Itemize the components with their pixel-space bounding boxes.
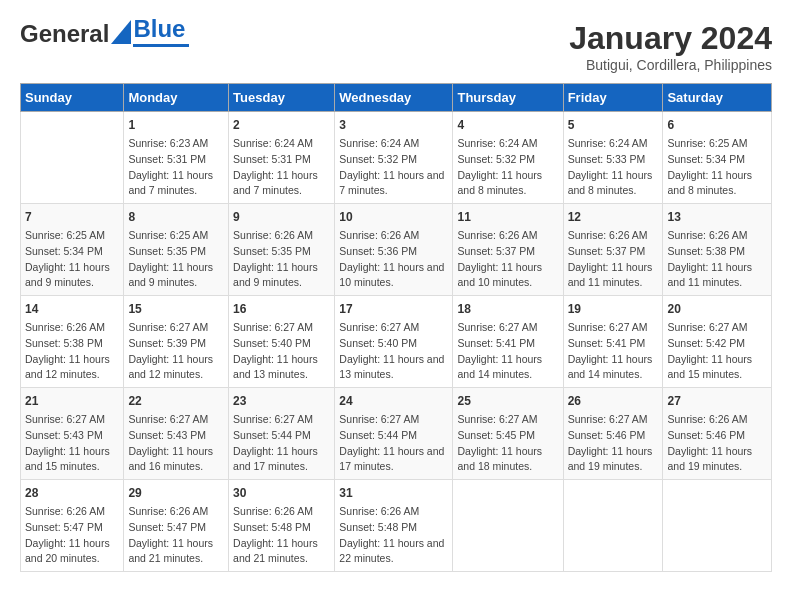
calendar-cell: 12Sunrise: 6:26 AMSunset: 5:37 PMDayligh… [563, 204, 663, 296]
calendar-cell [21, 112, 124, 204]
day-number: 5 [568, 116, 659, 134]
day-info: Sunrise: 6:25 AMSunset: 5:34 PMDaylight:… [667, 136, 767, 199]
day-number: 13 [667, 208, 767, 226]
day-number: 29 [128, 484, 224, 502]
day-number: 14 [25, 300, 119, 318]
calendar-cell: 13Sunrise: 6:26 AMSunset: 5:38 PMDayligh… [663, 204, 772, 296]
day-number: 20 [667, 300, 767, 318]
day-number: 22 [128, 392, 224, 410]
calendar-week-row: 7Sunrise: 6:25 AMSunset: 5:34 PMDaylight… [21, 204, 772, 296]
weekday-header: Friday [563, 84, 663, 112]
calendar-cell: 24Sunrise: 6:27 AMSunset: 5:44 PMDayligh… [335, 388, 453, 480]
calendar-cell: 3Sunrise: 6:24 AMSunset: 5:32 PMDaylight… [335, 112, 453, 204]
logo-underline [133, 44, 189, 47]
day-info: Sunrise: 6:25 AMSunset: 5:34 PMDaylight:… [25, 228, 119, 291]
day-info: Sunrise: 6:26 AMSunset: 5:48 PMDaylight:… [233, 504, 330, 567]
day-info: Sunrise: 6:27 AMSunset: 5:44 PMDaylight:… [339, 412, 448, 475]
calendar-cell: 9Sunrise: 6:26 AMSunset: 5:35 PMDaylight… [229, 204, 335, 296]
day-number: 16 [233, 300, 330, 318]
day-number: 28 [25, 484, 119, 502]
weekday-header: Sunday [21, 84, 124, 112]
calendar-cell: 29Sunrise: 6:26 AMSunset: 5:47 PMDayligh… [124, 480, 229, 572]
svg-marker-0 [111, 20, 131, 44]
day-info: Sunrise: 6:27 AMSunset: 5:43 PMDaylight:… [25, 412, 119, 475]
day-number: 3 [339, 116, 448, 134]
calendar-cell: 16Sunrise: 6:27 AMSunset: 5:40 PMDayligh… [229, 296, 335, 388]
day-number: 11 [457, 208, 558, 226]
day-info: Sunrise: 6:27 AMSunset: 5:44 PMDaylight:… [233, 412, 330, 475]
day-number: 7 [25, 208, 119, 226]
calendar-cell: 8Sunrise: 6:25 AMSunset: 5:35 PMDaylight… [124, 204, 229, 296]
day-number: 24 [339, 392, 448, 410]
page-subtitle: Butigui, Cordillera, Philippines [569, 57, 772, 73]
calendar-cell: 5Sunrise: 6:24 AMSunset: 5:33 PMDaylight… [563, 112, 663, 204]
day-info: Sunrise: 6:26 AMSunset: 5:46 PMDaylight:… [667, 412, 767, 475]
day-info: Sunrise: 6:27 AMSunset: 5:46 PMDaylight:… [568, 412, 659, 475]
weekday-header: Wednesday [335, 84, 453, 112]
day-info: Sunrise: 6:27 AMSunset: 5:43 PMDaylight:… [128, 412, 224, 475]
day-number: 1 [128, 116, 224, 134]
calendar-table: SundayMondayTuesdayWednesdayThursdayFrid… [20, 83, 772, 572]
day-number: 12 [568, 208, 659, 226]
day-number: 23 [233, 392, 330, 410]
day-number: 8 [128, 208, 224, 226]
day-info: Sunrise: 6:24 AMSunset: 5:33 PMDaylight:… [568, 136, 659, 199]
day-number: 17 [339, 300, 448, 318]
calendar-cell: 25Sunrise: 6:27 AMSunset: 5:45 PMDayligh… [453, 388, 563, 480]
calendar-week-row: 28Sunrise: 6:26 AMSunset: 5:47 PMDayligh… [21, 480, 772, 572]
logo-general: General [20, 20, 109, 48]
calendar-week-row: 21Sunrise: 6:27 AMSunset: 5:43 PMDayligh… [21, 388, 772, 480]
weekday-header: Thursday [453, 84, 563, 112]
weekday-header: Saturday [663, 84, 772, 112]
day-info: Sunrise: 6:25 AMSunset: 5:35 PMDaylight:… [128, 228, 224, 291]
logo: General Blue [20, 20, 189, 48]
day-info: Sunrise: 6:27 AMSunset: 5:41 PMDaylight:… [457, 320, 558, 383]
calendar-cell: 28Sunrise: 6:26 AMSunset: 5:47 PMDayligh… [21, 480, 124, 572]
day-info: Sunrise: 6:26 AMSunset: 5:47 PMDaylight:… [128, 504, 224, 567]
day-info: Sunrise: 6:27 AMSunset: 5:42 PMDaylight:… [667, 320, 767, 383]
day-info: Sunrise: 6:24 AMSunset: 5:32 PMDaylight:… [457, 136, 558, 199]
calendar-cell: 30Sunrise: 6:26 AMSunset: 5:48 PMDayligh… [229, 480, 335, 572]
day-number: 25 [457, 392, 558, 410]
day-number: 15 [128, 300, 224, 318]
calendar-cell: 11Sunrise: 6:26 AMSunset: 5:37 PMDayligh… [453, 204, 563, 296]
day-number: 9 [233, 208, 330, 226]
day-number: 27 [667, 392, 767, 410]
calendar-cell [453, 480, 563, 572]
day-number: 4 [457, 116, 558, 134]
day-info: Sunrise: 6:26 AMSunset: 5:35 PMDaylight:… [233, 228, 330, 291]
calendar-cell: 20Sunrise: 6:27 AMSunset: 5:42 PMDayligh… [663, 296, 772, 388]
weekday-header: Monday [124, 84, 229, 112]
day-info: Sunrise: 6:26 AMSunset: 5:37 PMDaylight:… [568, 228, 659, 291]
day-info: Sunrise: 6:26 AMSunset: 5:37 PMDaylight:… [457, 228, 558, 291]
logo-blue: Blue [133, 15, 189, 43]
day-number: 31 [339, 484, 448, 502]
day-number: 19 [568, 300, 659, 318]
calendar-cell: 2Sunrise: 6:24 AMSunset: 5:31 PMDaylight… [229, 112, 335, 204]
calendar-cell: 26Sunrise: 6:27 AMSunset: 5:46 PMDayligh… [563, 388, 663, 480]
day-info: Sunrise: 6:27 AMSunset: 5:40 PMDaylight:… [233, 320, 330, 383]
day-info: Sunrise: 6:27 AMSunset: 5:39 PMDaylight:… [128, 320, 224, 383]
day-number: 18 [457, 300, 558, 318]
day-info: Sunrise: 6:26 AMSunset: 5:36 PMDaylight:… [339, 228, 448, 291]
calendar-week-row: 14Sunrise: 6:26 AMSunset: 5:38 PMDayligh… [21, 296, 772, 388]
day-info: Sunrise: 6:24 AMSunset: 5:31 PMDaylight:… [233, 136, 330, 199]
day-info: Sunrise: 6:26 AMSunset: 5:38 PMDaylight:… [25, 320, 119, 383]
calendar-cell: 15Sunrise: 6:27 AMSunset: 5:39 PMDayligh… [124, 296, 229, 388]
calendar-cell: 4Sunrise: 6:24 AMSunset: 5:32 PMDaylight… [453, 112, 563, 204]
day-info: Sunrise: 6:23 AMSunset: 5:31 PMDaylight:… [128, 136, 224, 199]
weekday-header: Tuesday [229, 84, 335, 112]
day-number: 2 [233, 116, 330, 134]
title-block: January 2024 Butigui, Cordillera, Philip… [569, 20, 772, 73]
logo-triangle-icon [111, 20, 131, 44]
day-info: Sunrise: 6:27 AMSunset: 5:40 PMDaylight:… [339, 320, 448, 383]
calendar-week-row: 1Sunrise: 6:23 AMSunset: 5:31 PMDaylight… [21, 112, 772, 204]
calendar-cell: 31Sunrise: 6:26 AMSunset: 5:48 PMDayligh… [335, 480, 453, 572]
calendar-cell [563, 480, 663, 572]
day-number: 10 [339, 208, 448, 226]
day-number: 26 [568, 392, 659, 410]
day-info: Sunrise: 6:27 AMSunset: 5:45 PMDaylight:… [457, 412, 558, 475]
page-header: General Blue January 2024 Butigui, Cordi… [20, 20, 772, 73]
calendar-cell: 1Sunrise: 6:23 AMSunset: 5:31 PMDaylight… [124, 112, 229, 204]
day-info: Sunrise: 6:27 AMSunset: 5:41 PMDaylight:… [568, 320, 659, 383]
